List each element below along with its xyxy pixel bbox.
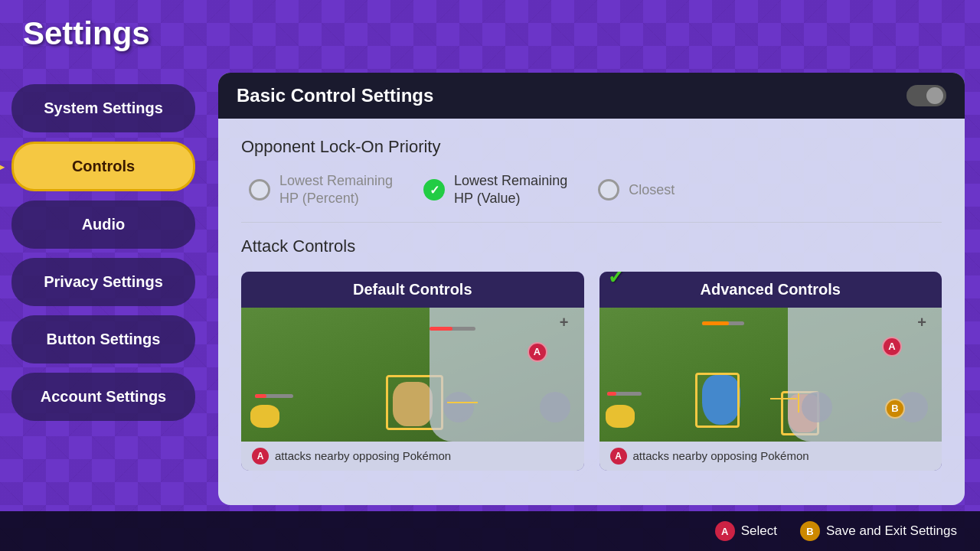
radio-label-hp-percent: Lowest RemainingHP (Percent) [279, 172, 393, 208]
default-controls-header: Default Controls [241, 272, 584, 308]
a-badge-advanced: A [610, 448, 627, 465]
radio-circle-hp-percent [249, 179, 270, 201]
lock-on-section: Opponent Lock-On Priority Lowest Remaini… [241, 137, 942, 208]
bottom-action-save-exit[interactable]: B Save and Exit Settings [800, 521, 957, 541]
content-body: Opponent Lock-On Priority Lowest Remaini… [218, 119, 965, 489]
a-button-advanced: A [882, 337, 902, 357]
connection-line-advanced-2 [798, 393, 799, 412]
page-title: Settings [23, 15, 150, 52]
lock-on-title: Opponent Lock-On Priority [241, 137, 942, 157]
game-scene-default: + A [241, 308, 584, 442]
content-header: Basic Control Settings [218, 73, 965, 119]
analog-stick2-default [540, 392, 570, 422]
bottom-bar: A Select B Save and Exit Settings [0, 511, 980, 551]
control-card-advanced[interactable]: ✓ Advanced Controls [599, 272, 942, 471]
a-badge-default: A [252, 448, 269, 465]
radio-option-closest[interactable]: Closest [598, 179, 675, 201]
radio-circle-hp-value: ✓ [423, 179, 445, 201]
a-button-default: A [528, 342, 547, 362]
a-button-icon: A [715, 521, 735, 541]
selected-checkmark-icon: ✓ [607, 272, 625, 289]
analog-stick-advanced [802, 392, 832, 422]
section-divider [241, 222, 942, 223]
control-card-default[interactable]: Default Controls [241, 272, 584, 471]
select-label: Select [741, 523, 777, 539]
sidebar-item-privacy-settings[interactable]: Privacy Settings [11, 258, 195, 306]
radio-label-closest: Closest [629, 181, 675, 199]
toggle-switch[interactable] [906, 85, 946, 106]
sidebar: System Settings Controls Audio Privacy S… [0, 73, 207, 509]
radio-label-hp-value: Lowest RemainingHP (Value) [454, 172, 567, 208]
advanced-controls-footer: A attacks nearby opposing Pokémon [599, 442, 942, 471]
controller-advanced: + [788, 308, 942, 442]
attack-controls-grid: Default Controls [241, 272, 942, 471]
pokemon-highlight-advanced-1 [695, 373, 740, 428]
radio-option-hp-percent[interactable]: Lowest RemainingHP (Percent) [249, 172, 393, 208]
pikachu-advanced [606, 405, 635, 428]
radio-group-lock-on: Lowest RemainingHP (Percent) ✓ Lowest Re… [241, 172, 942, 208]
sidebar-item-controls[interactable]: Controls [11, 142, 195, 191]
plus-button-advanced: + [917, 314, 926, 331]
bottom-action-select: A Select [715, 521, 777, 541]
connection-line-default [447, 402, 478, 403]
sidebar-item-account-settings[interactable]: Account Settings [11, 373, 195, 421]
advanced-controls-header: Advanced Controls [599, 272, 942, 308]
default-controls-image: + A [241, 308, 584, 442]
connection-line-advanced-1 [770, 398, 797, 399]
b-button-advanced: B [885, 399, 905, 419]
main-content: Basic Control Settings Opponent Lock-On … [218, 73, 965, 505]
b-button-icon: B [800, 521, 820, 541]
sidebar-item-button-settings[interactable]: Button Settings [11, 315, 195, 364]
default-controls-footer: A attacks nearby opposing Pokémon [241, 442, 584, 471]
plus-button-default: + [560, 314, 569, 331]
advanced-controls-image: + A B [599, 308, 942, 442]
radio-option-hp-value[interactable]: ✓ Lowest RemainingHP (Value) [423, 172, 567, 208]
attack-controls-title: Attack Controls [241, 236, 942, 256]
content-header-title: Basic Control Settings [237, 85, 433, 106]
attack-controls-section: Attack Controls Default Controls [241, 236, 942, 471]
sidebar-item-audio[interactable]: Audio [11, 201, 195, 249]
radio-circle-closest [598, 179, 619, 201]
pikachu-default [250, 405, 279, 428]
sidebar-item-system-settings[interactable]: System Settings [11, 84, 195, 132]
analog-stick-default [443, 392, 474, 422]
game-scene-advanced: + A B [599, 308, 942, 442]
save-exit-label: Save and Exit Settings [826, 523, 957, 539]
